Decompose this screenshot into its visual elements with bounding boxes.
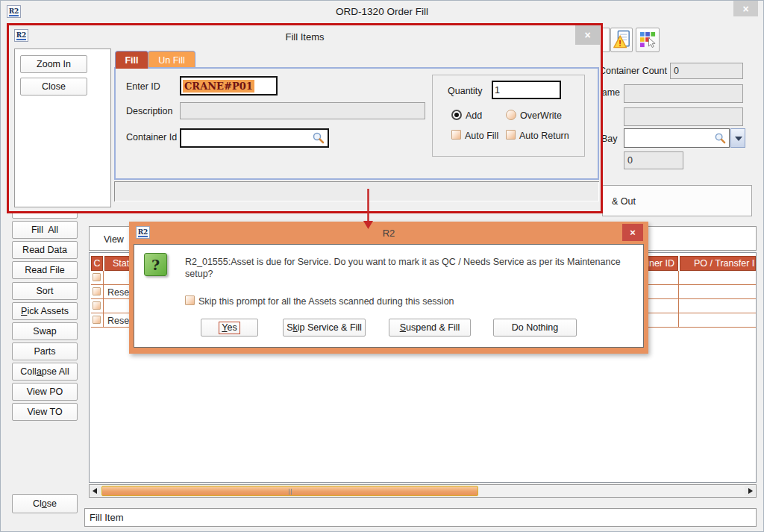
sidebar-read-file-button[interactable]: Read File [12, 261, 78, 279]
scroll-thumb[interactable] [101, 486, 478, 496]
sidebar-view-to-button[interactable]: View TO [12, 403, 78, 421]
scan-out-label: & Out [612, 196, 636, 207]
close-icon: × [742, 3, 748, 15]
chevron-down-icon [735, 137, 742, 141]
skip-prompt-checkbox[interactable] [185, 295, 195, 305]
grid-header-check[interactable]: C [91, 256, 103, 271]
dialog-status-strip [114, 181, 599, 201]
sidebar-sort-button[interactable]: Sort [12, 282, 78, 300]
r2-dialog-title: R2 [129, 228, 648, 239]
add-radio[interactable] [451, 110, 462, 120]
arrow-left-icon [93, 488, 97, 494]
search-icon[interactable] [312, 131, 325, 145]
bay-count-field: 0 [624, 151, 683, 169]
row-checkbox[interactable] [93, 301, 101, 310]
bay-label: Bay [601, 134, 618, 144]
status-bar: Fill Item [84, 508, 757, 527]
row-checkbox[interactable] [93, 287, 101, 295]
enter-id-value: CRANE#P01 [183, 80, 254, 93]
add-radio-label: Add [466, 110, 482, 121]
suspend-fill-button[interactable]: Suspend & Fill [389, 319, 471, 337]
scan-out-panel[interactable]: & Out [602, 185, 752, 216]
fill-items-dialog: R2 Fill Items × Zoom In Close Fill Un Fi… [9, 25, 601, 212]
grid-header-po-transfer[interactable]: PO / Transfer ID [680, 256, 756, 271]
report-warning-button[interactable]: ! [610, 28, 633, 52]
r2-message-line1: R2_01555:Asset is due for Service. Do yo… [185, 257, 621, 267]
name-field [624, 84, 743, 103]
partial-toolbar-button[interactable] [602, 28, 610, 52]
bay-search-field[interactable] [624, 128, 730, 148]
r2-message-dialog: R2 R2 × ? R2_01555:Asset is due for Serv… [129, 222, 648, 354]
horizontal-scrollbar[interactable] [89, 484, 757, 498]
container-id-label: Container Id [126, 132, 177, 143]
close-icon: × [584, 29, 590, 41]
auto-return-label: Auto Return [519, 131, 569, 141]
enter-id-field[interactable]: CRANE#P01 [180, 76, 278, 96]
sidebar-read-data-button[interactable]: Read Data [12, 241, 78, 259]
warning-report-icon: ! [613, 30, 630, 50]
view-bar-label: View [104, 234, 124, 245]
color-grid-button[interactable] [636, 28, 660, 52]
scroll-right-button[interactable] [745, 486, 755, 496]
bay-dropdown-button[interactable] [730, 128, 745, 148]
partial-sidebar-button[interactable] [12, 211, 78, 219]
tab-fill[interactable]: Fill [115, 51, 148, 69]
thumb-grip [289, 489, 289, 495]
thumb-grip [291, 489, 292, 495]
sidebar-parts-button[interactable]: Parts [12, 342, 78, 360]
row-checkbox[interactable] [93, 316, 101, 324]
window-title: ORD-1320 Order Fill [1, 6, 763, 17]
r2-dialog-close-button[interactable]: × [622, 224, 643, 241]
description-label: Description [126, 106, 173, 116]
search-icon[interactable] [714, 132, 727, 145]
scroll-left-button[interactable] [90, 486, 101, 496]
container-id-field[interactable] [180, 128, 329, 148]
skip-service-fill-button[interactable]: Skip Service & Fill [283, 319, 366, 337]
order-fill-window: R2 ORD-1320 Order Fill × ! Container Cou… [0, 0, 764, 532]
window-close-button[interactable]: × [733, 1, 758, 16]
sidebar-swap-button[interactable]: Swap [12, 322, 78, 340]
description-field [180, 102, 425, 119]
enter-id-label: Enter ID [126, 81, 160, 92]
quantity-label: Quantity [448, 86, 483, 96]
r2-message-line2: setup? [185, 269, 213, 279]
svg-text:!: ! [619, 39, 621, 48]
overwrite-radio-label: OverWrite [520, 110, 562, 121]
auto-fill-label: Auto Fill [465, 131, 498, 141]
tab-unfill[interactable]: Un Fill [148, 51, 195, 69]
overwrite-radio[interactable] [506, 110, 516, 120]
status-text: Fill Item [90, 513, 124, 523]
quantity-field[interactable]: 1 [492, 81, 561, 99]
auto-fill-checkbox[interactable] [451, 130, 461, 140]
zoom-in-button[interactable]: Zoom In [20, 55, 87, 73]
color-grid-icon [639, 31, 657, 48]
skip-prompt-label: Skip this prompt for all the Assets scan… [198, 296, 454, 307]
name-field-2 [624, 107, 743, 126]
do-nothing-button[interactable]: Do Nothing [493, 319, 577, 337]
arrow-right-icon [748, 488, 753, 494]
sidebar-fill-all-button[interactable]: Fill All [12, 221, 78, 239]
fill-items-close-button[interactable]: × [575, 25, 600, 45]
sidebar-pick-assets-button[interactable]: Pick Assets [12, 302, 78, 320]
container-count-field: 0 [670, 63, 743, 79]
close-icon: × [630, 227, 636, 238]
sidebar-view-po-button[interactable]: View PO [12, 383, 78, 401]
fill-items-title: Fill Items [9, 31, 601, 43]
row-checkbox[interactable] [93, 273, 101, 281]
yes-button[interactable]: Yes [201, 319, 258, 337]
question-icon: ? [144, 253, 167, 276]
dialog-close-button[interactable]: Close [20, 78, 87, 96]
sidebar-close-button[interactable]: Close [12, 494, 78, 513]
auto-return-checkbox[interactable] [506, 130, 516, 140]
sidebar-collapse-all-button[interactable]: Collapse All [12, 363, 78, 381]
